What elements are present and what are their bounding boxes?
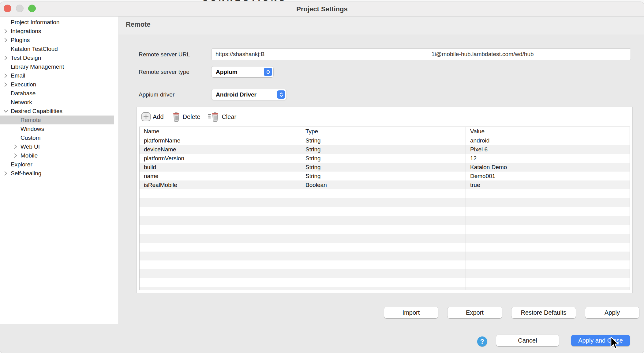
remote-server-url-field[interactable]: https://shashankj:B 1i@mobile-hub.lambda… xyxy=(212,48,631,60)
export-button[interactable]: Export xyxy=(447,307,502,318)
sidebar-item-label: Integrations xyxy=(9,28,41,35)
add-label: Add xyxy=(153,113,164,120)
table-cell-empty xyxy=(140,252,301,260)
table-row-empty[interactable] xyxy=(140,225,630,234)
table-row[interactable]: platformNameStringandroid xyxy=(140,136,630,145)
add-button[interactable]: Add xyxy=(141,112,164,122)
appium-driver-select[interactable]: Android Driver xyxy=(212,89,286,100)
table-row[interactable]: deviceNameStringPixel 6 xyxy=(140,145,630,154)
table-row-empty[interactable] xyxy=(140,278,630,287)
sidebar-item-email[interactable]: Email xyxy=(0,71,118,80)
sidebar-item-remote[interactable]: Remote xyxy=(0,116,114,124)
sidebar-item-self-healing[interactable]: Self-healing xyxy=(0,169,118,178)
section-title: Remote xyxy=(126,21,151,28)
table-cell-empty xyxy=(301,198,466,207)
titlebar: Project Settings xyxy=(0,2,644,17)
project-settings-window: Project Settings Project InformationInte… xyxy=(0,2,644,353)
table-row-empty[interactable] xyxy=(140,234,630,243)
table-cell-empty xyxy=(466,234,630,243)
help-button[interactable]: ? xyxy=(477,336,487,347)
capabilities-table-header: NameTypeValue xyxy=(140,127,630,136)
appium-driver-label: Appium driver xyxy=(139,91,174,98)
sidebar-item-label: Mobile xyxy=(19,152,38,159)
restore-defaults-button[interactable]: Restore Defaults xyxy=(511,307,576,318)
sidebar-item-mobile[interactable]: Mobile xyxy=(0,151,118,160)
sidebar-item-library-management[interactable]: Library Management xyxy=(0,62,118,71)
chevron-right-icon[interactable] xyxy=(12,152,19,159)
sidebar-item-project-information[interactable]: Project Information xyxy=(0,18,118,27)
sidebar-item-test-design[interactable]: Test Design xyxy=(0,53,118,62)
sidebar-item-database[interactable]: Database xyxy=(0,89,118,98)
chevron-right-icon[interactable] xyxy=(2,170,9,177)
table-row-empty[interactable] xyxy=(140,243,630,252)
table-cell: 12 xyxy=(466,154,630,163)
sidebar-item-windows[interactable]: Windows xyxy=(0,124,118,133)
sidebar-item-explorer[interactable]: Explorer xyxy=(0,160,118,169)
sidebar-item-custom[interactable]: Custom xyxy=(0,133,118,142)
table-row-empty[interactable] xyxy=(140,207,630,216)
section-header-bar: Remote xyxy=(118,17,644,35)
window-title: Project Settings xyxy=(0,2,644,17)
chevron-right-icon[interactable] xyxy=(2,81,9,88)
table-row[interactable]: isRealMobileBooleantrue xyxy=(140,180,630,189)
sidebar-item-web-ui[interactable]: Web UI xyxy=(0,142,118,151)
sidebar-item-katalon-testcloud[interactable]: Katalon TestCloud xyxy=(0,44,118,53)
clear-button[interactable]: Clear xyxy=(208,112,236,122)
table-cell-empty xyxy=(466,243,630,252)
table-row-empty[interactable] xyxy=(140,269,630,278)
sidebar-item-network[interactable]: Network xyxy=(0,98,118,107)
chevron-spacer xyxy=(2,99,9,106)
chevron-right-icon[interactable] xyxy=(2,55,9,61)
table-row[interactable]: buildStringKatalon Demo xyxy=(140,163,630,172)
column-header-type[interactable]: Type xyxy=(301,127,466,136)
table-cell-empty xyxy=(140,278,301,287)
appium-driver-value: Android Driver xyxy=(216,91,256,98)
sidebar-item-label: Network xyxy=(9,99,32,106)
popup-stepper-icon xyxy=(277,90,285,99)
chevron-right-icon[interactable] xyxy=(2,72,9,79)
sidebar-item-execution[interactable]: Execution xyxy=(0,80,118,89)
chevron-right-icon[interactable] xyxy=(12,143,19,150)
table-row-empty[interactable] xyxy=(140,216,630,225)
table-row[interactable]: platformVersionString12 xyxy=(140,154,630,163)
table-cell-empty xyxy=(301,225,466,234)
sidebar-item-integrations[interactable]: Integrations xyxy=(0,27,118,36)
import-button[interactable]: Import xyxy=(384,307,438,318)
settings-main-panel: Remote Remote server URL https://shashan… xyxy=(118,17,644,324)
chevron-right-icon[interactable] xyxy=(2,37,9,44)
column-header-value[interactable]: Value xyxy=(466,127,630,136)
table-cell-empty xyxy=(301,260,466,269)
chevron-right-icon[interactable] xyxy=(2,28,9,35)
sidebar-item-desired-capabilities[interactable]: Desired Capabilities xyxy=(0,107,118,116)
table-cell-empty xyxy=(140,234,301,243)
table-cell-empty xyxy=(140,243,301,252)
io-button-row: Import Export Restore Defaults Apply xyxy=(384,307,639,318)
table-row-empty[interactable] xyxy=(140,260,630,269)
table-row-empty[interactable] xyxy=(140,189,630,198)
remote-server-type-label: Remote server type xyxy=(139,69,189,75)
table-row-empty[interactable] xyxy=(140,287,630,290)
sidebar-item-plugins[interactable]: Plugins xyxy=(0,36,118,44)
sidebar-item-label: Database xyxy=(9,90,36,97)
sidebar-item-label: Katalon TestCloud xyxy=(9,46,58,52)
table-cell: String xyxy=(301,145,466,154)
table-cell: platformName xyxy=(140,136,301,145)
apply-button[interactable]: Apply xyxy=(585,307,639,318)
table-cell: platformVersion xyxy=(140,154,301,163)
table-cell-empty xyxy=(301,234,466,243)
apply-and-close-button[interactable]: Apply and Close xyxy=(571,335,630,346)
cancel-button[interactable]: Cancel xyxy=(496,335,559,346)
table-cell-empty xyxy=(466,225,630,234)
table-row-empty[interactable] xyxy=(140,198,630,207)
remote-server-type-select[interactable]: Appium xyxy=(212,66,273,77)
table-cell: String xyxy=(301,136,466,145)
table-cell: deviceName xyxy=(140,145,301,154)
table-row-empty[interactable] xyxy=(140,252,630,260)
delete-button[interactable]: Delete xyxy=(172,112,200,122)
column-header-name[interactable]: Name xyxy=(140,127,301,136)
chevron-down-icon[interactable] xyxy=(2,108,9,115)
table-cell: String xyxy=(301,163,466,172)
table-row[interactable]: nameStringDemo001 xyxy=(140,172,630,180)
table-cell-empty xyxy=(466,216,630,225)
table-cell-empty xyxy=(140,198,301,207)
